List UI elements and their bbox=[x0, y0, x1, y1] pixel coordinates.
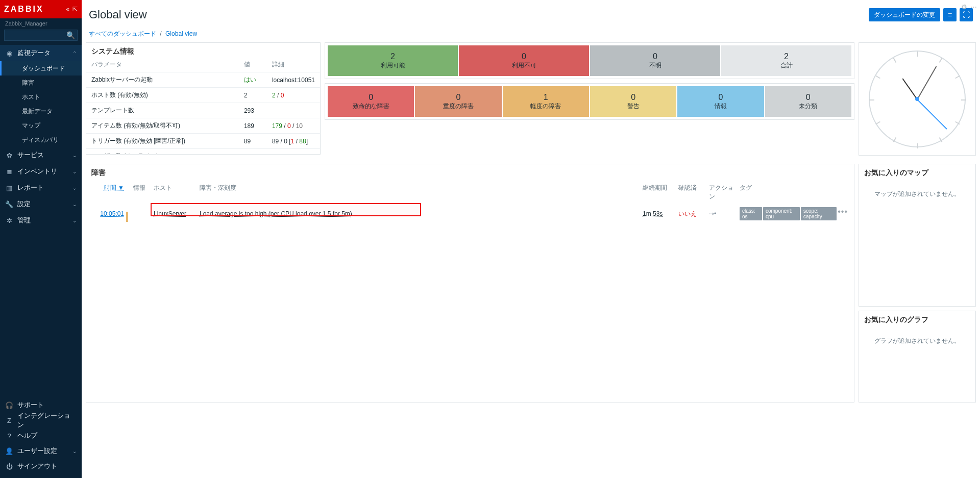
chevron-down-icon: ⌄ bbox=[72, 185, 77, 191]
nav-config-label: 設定 bbox=[17, 199, 31, 209]
si-r5-dd: 88 bbox=[299, 138, 306, 145]
support-icon: 🎧 bbox=[5, 401, 13, 409]
problems-title: 障害 bbox=[86, 164, 854, 180]
prob-ack[interactable]: いいえ bbox=[676, 208, 707, 220]
tile-unknown[interactable]: 0不明 bbox=[590, 45, 720, 76]
si-r4-db: 0 bbox=[287, 122, 291, 130]
nav-support[interactable]: 🎧 サポート bbox=[0, 397, 82, 413]
nav-config[interactable]: 🔧 設定 ⌄ bbox=[0, 196, 82, 212]
tile-unknown-l: 不明 bbox=[649, 61, 662, 70]
sidebar-item-maps[interactable]: マップ bbox=[0, 118, 82, 133]
prob-time[interactable]: 10:05:01 bbox=[90, 208, 126, 219]
col-ack[interactable]: 確認済 bbox=[676, 182, 707, 203]
sidebar-item-hosts[interactable]: ホスト bbox=[0, 90, 82, 104]
popout-icon[interactable]: ⇱ bbox=[72, 6, 78, 13]
nav-user-settings[interactable]: 👤 ユーザー設定 ⌄ bbox=[0, 443, 82, 459]
chevron-down-icon: ⌄ bbox=[72, 218, 77, 223]
edit-dashboard-button[interactable]: ダッシュボードの変更 bbox=[869, 8, 940, 21]
tag-1[interactable]: class: os bbox=[740, 207, 762, 220]
tile-unavailable-n: 0 bbox=[522, 52, 526, 61]
col-host[interactable]: ホスト bbox=[152, 182, 198, 203]
sev-high-n: 0 bbox=[456, 93, 461, 102]
tile-sev-info[interactable]: 0情報 bbox=[677, 86, 764, 117]
clock-second-hand bbox=[917, 99, 947, 129]
fav-maps-empty: マップが追加されていません。 bbox=[859, 180, 975, 198]
chevron-down-icon: ⌄ bbox=[72, 153, 77, 158]
fav-graphs-title: お気に入りのグラフ bbox=[859, 311, 975, 326]
nav-support-label: サポート bbox=[17, 400, 44, 410]
wrench-icon: 🔧 bbox=[5, 200, 13, 208]
tile-total[interactable]: 2合計 bbox=[721, 45, 851, 76]
sysinfo-col-param: パラメータ bbox=[86, 58, 239, 72]
si-r6-v: 2 bbox=[239, 149, 267, 155]
si-r2-sep: / bbox=[276, 92, 281, 99]
col-time[interactable]: 時間 ▼ bbox=[90, 182, 126, 203]
si-r3-p: テンプレート数 bbox=[86, 103, 239, 118]
nav-admin[interactable]: ✲ 管理 ⌄ bbox=[0, 212, 82, 229]
breadcrumb: すべてのダッシュボード / Global view bbox=[82, 30, 980, 42]
nav-help[interactable]: ? ヘルプ bbox=[0, 428, 82, 443]
si-r4-dc: 10 bbox=[296, 122, 303, 130]
sev-warning-l: 警告 bbox=[627, 102, 640, 111]
tile-unavailable-l: 利用不可 bbox=[512, 61, 536, 70]
nav-user-label: ユーザー設定 bbox=[17, 446, 57, 456]
logo-row: ZABBIX « ⇱ bbox=[0, 0, 82, 18]
sidebar: ZABBIX « ⇱ Zabbix_Manager 🔍 ◉ 監視データ ⌃ ダッ… bbox=[0, 0, 82, 478]
prob-host[interactable]: LinuxServer bbox=[152, 208, 198, 219]
tile-sev-disaster[interactable]: 0致命的な障害 bbox=[328, 86, 414, 117]
integrations-icon: Z bbox=[5, 417, 13, 424]
list-view-button[interactable]: ≡ bbox=[943, 8, 957, 21]
clock-hour-hand bbox=[902, 78, 918, 99]
nav-inventory[interactable]: ≣ インベントリ ⌄ bbox=[0, 163, 82, 180]
search-input[interactable]: 🔍 bbox=[4, 30, 78, 41]
prob-actions[interactable]: ⇢• bbox=[707, 208, 738, 219]
search-icon: 🔍 bbox=[66, 31, 75, 39]
nav-monitoring[interactable]: ◉ 監視データ ⌃ bbox=[0, 45, 82, 61]
sysinfo-col-detail: 詳細 bbox=[267, 58, 320, 72]
chevron-down-icon: ⌄ bbox=[72, 169, 77, 174]
si-r6-p: ユーザー数 (オンライン) bbox=[86, 149, 239, 155]
sidebar-item-discovery[interactable]: ディスカバリ bbox=[0, 133, 82, 147]
sidebar-item-latest[interactable]: 最新データ bbox=[0, 104, 82, 118]
col-tags[interactable]: タグ bbox=[738, 182, 850, 203]
si-r1-p: Zabbixサーバーの起動 bbox=[86, 72, 239, 88]
breadcrumb-root[interactable]: すべてのダッシュボード bbox=[89, 30, 156, 37]
more-tags-icon[interactable]: ••• bbox=[838, 207, 848, 220]
tile-total-l: 合計 bbox=[780, 61, 793, 70]
nav-integrations[interactable]: Z インテグレーション bbox=[0, 413, 82, 428]
collapse-icon[interactable]: « bbox=[66, 6, 69, 13]
prob-name[interactable]: Load average is too high (per CPU load o… bbox=[198, 208, 386, 219]
nav-services[interactable]: ✿ サービス ⌄ bbox=[0, 147, 82, 163]
page-title: Global view bbox=[89, 8, 147, 21]
gear-icon: ✲ bbox=[5, 217, 13, 224]
prob-duration[interactable]: 1m 53s bbox=[641, 208, 676, 219]
fav-maps-title: お気に入りのマップ bbox=[859, 164, 975, 180]
widget-fav-maps: お気に入りのマップ マップが追加されていません。 bbox=[859, 164, 976, 307]
breadcrumb-current[interactable]: Global view bbox=[165, 30, 197, 37]
tile-available[interactable]: 2利用可能 bbox=[328, 45, 458, 76]
col-info[interactable]: 情報 bbox=[131, 182, 152, 203]
si-r5-p: トリガー数 (有効/無効 [障害/正常]) bbox=[86, 134, 239, 149]
col-problem[interactable]: 障害・深刻度 bbox=[198, 182, 386, 203]
col-actions[interactable]: アクション bbox=[707, 182, 738, 203]
tag-2[interactable]: component: cpu bbox=[763, 207, 800, 220]
si-r5-db: 0 bbox=[284, 138, 287, 145]
nav-reports[interactable]: ▥ レポート ⌄ bbox=[0, 180, 82, 196]
chevron-down-icon: ⌄ bbox=[72, 202, 77, 207]
tile-sev-average[interactable]: 1軽度の障害 bbox=[503, 86, 589, 117]
tile-sev-warning[interactable]: 0警告 bbox=[590, 86, 676, 117]
widget-clock bbox=[859, 42, 976, 156]
sidebar-item-problems[interactable]: 障害 bbox=[0, 76, 82, 90]
tile-sev-high[interactable]: 0重度の障害 bbox=[415, 86, 501, 117]
tile-available-l: 利用可能 bbox=[381, 61, 405, 70]
tile-sev-na[interactable]: 0未分類 bbox=[765, 86, 851, 117]
sidebar-item-dashboard[interactable]: ダッシュボード bbox=[0, 61, 82, 76]
tag-3[interactable]: scope: capacity bbox=[801, 207, 837, 220]
tile-unknown-n: 0 bbox=[653, 52, 657, 61]
sev-na-l: 未分類 bbox=[799, 102, 817, 111]
nav-signout[interactable]: ⏻ サインアウト bbox=[0, 459, 82, 474]
col-duration[interactable]: 継続期間 bbox=[641, 182, 676, 203]
problem-row[interactable]: 10:05:01 LinuxServer Load average is too… bbox=[86, 205, 854, 225]
nav-inventory-label: インベントリ bbox=[17, 167, 57, 176]
tile-unavailable[interactable]: 0利用不可 bbox=[459, 45, 589, 76]
